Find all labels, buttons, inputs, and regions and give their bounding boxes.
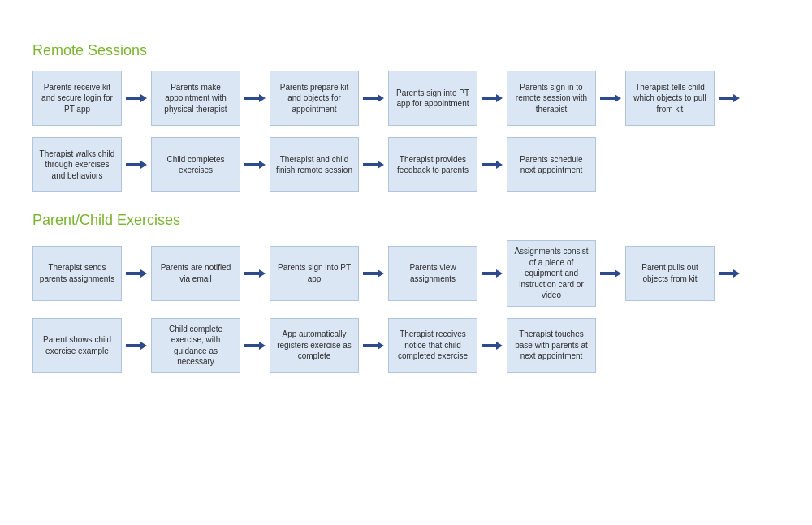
arrow-icon bbox=[477, 157, 507, 172]
arrow-icon bbox=[122, 338, 151, 353]
arrow-icon bbox=[477, 91, 507, 105]
arrow-icon bbox=[477, 338, 507, 353]
flow-box: Therapist sends parents assignments bbox=[32, 246, 122, 301]
flow-box: Child complete exercise, with guidance a… bbox=[151, 318, 240, 373]
section-parent-child-exercises: Parent/Child ExercisesTherapist sends pa… bbox=[32, 212, 780, 373]
arrow-icon bbox=[240, 266, 270, 281]
arrow-icon bbox=[715, 266, 744, 281]
arrow-icon bbox=[359, 266, 388, 281]
flow-box: Parents receive kit and secure login for… bbox=[32, 71, 122, 126]
flow-box: Parents prepare kit and objects for appo… bbox=[270, 71, 359, 126]
arrow-icon bbox=[596, 266, 625, 281]
arrow-icon bbox=[359, 338, 388, 353]
flow-box: Parent pulls out objects from kit bbox=[625, 246, 715, 301]
flow-box: Assignments consist of a piece of equipm… bbox=[507, 240, 596, 307]
section-title-remote-sessions: Remote Sessions bbox=[32, 42, 780, 59]
flow-box: Parents view assignments bbox=[388, 246, 477, 301]
flow-box: Parents are notified via email bbox=[151, 246, 240, 301]
arrow-icon bbox=[240, 157, 270, 172]
section-remote-sessions: Remote SessionsParents receive kit and s… bbox=[32, 42, 780, 192]
flow-box: Parents schedule next appointment bbox=[507, 137, 596, 192]
flow-box: Therapist and child finish remote sessio… bbox=[270, 137, 359, 192]
flow-box: Therapist walks child through exercises … bbox=[32, 137, 122, 192]
arrow-icon bbox=[122, 157, 151, 172]
flow-box: Parents sign in to remote session with t… bbox=[507, 71, 596, 126]
flow-row: Parents receive kit and secure login for… bbox=[32, 71, 780, 126]
flow-box: Child completes exercises bbox=[151, 137, 240, 192]
arrow-icon bbox=[359, 91, 388, 105]
flow-box: Parents make appointment with physical t… bbox=[151, 71, 240, 126]
arrow-icon bbox=[240, 338, 270, 353]
flow-row: Parent shows child exercise exampleChild… bbox=[32, 318, 780, 373]
flow-row: Therapist walks child through exercises … bbox=[32, 137, 780, 192]
arrow-icon bbox=[240, 91, 270, 105]
arrow-icon bbox=[359, 157, 388, 172]
flow-box: Parents sign into PT app bbox=[270, 246, 359, 301]
arrow-icon bbox=[596, 91, 625, 105]
section-title-parent-child-exercises: Parent/Child Exercises bbox=[32, 212, 780, 229]
flow-box: Therapist touches base with parents at n… bbox=[507, 318, 596, 373]
flow-box: Therapist provides feedback to parents bbox=[388, 137, 477, 192]
arrow-icon bbox=[477, 266, 507, 281]
arrow-icon bbox=[122, 91, 151, 105]
flow-row: Therapist sends parents assignmentsParen… bbox=[32, 240, 780, 307]
flow-box: Parents sign into PT app for appointment bbox=[388, 71, 477, 126]
arrow-icon bbox=[715, 91, 744, 105]
flow-box: Therapist tells child which objects to p… bbox=[625, 71, 715, 126]
arrow-icon bbox=[122, 266, 151, 281]
flow-box: App automatically registers exercise as … bbox=[270, 318, 359, 373]
flow-box: Therapist receives notice that child com… bbox=[388, 318, 477, 373]
flow-box: Parent shows child exercise example bbox=[32, 318, 122, 373]
